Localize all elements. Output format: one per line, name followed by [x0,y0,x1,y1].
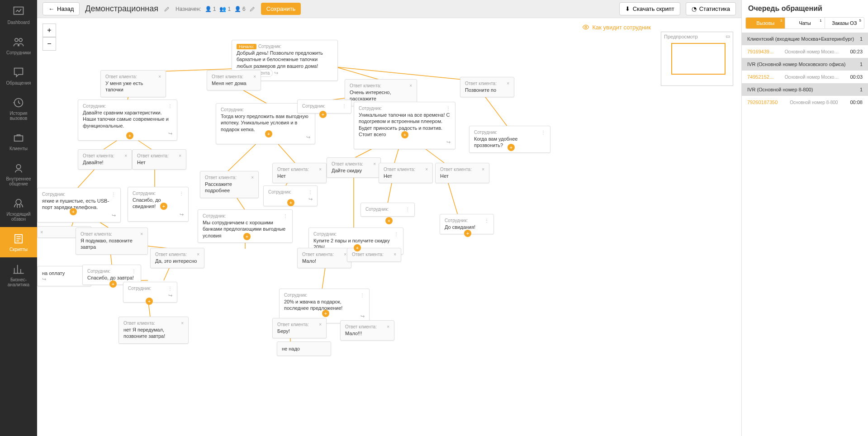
queue-item[interactable]: 79169439...Основной номер Московского оф… [742,45,868,58]
link-icon[interactable]: ↪ [42,276,46,282]
node-client[interactable]: Ответ клиента:×Меня нет дома [207,70,261,90]
close-icon[interactable]: × [319,322,322,327]
node-employee[interactable]: Сотрудник:⋮Уникальные тапочки на все вре… [354,102,455,149]
node-client[interactable]: Ответ клиента:×Дайте скидку [327,157,381,178]
link-icon[interactable]: ↪ [180,212,184,218]
close-icon[interactable]: × [409,83,412,88]
add-node-button[interactable]: + [243,233,251,240]
sidebar-item-staff[interactable]: Сотрудники [0,30,37,61]
close-icon[interactable]: × [507,81,509,86]
menu-icon[interactable]: ⋮ [484,218,489,223]
add-node-button[interactable]: + [385,217,393,224]
link-icon[interactable]: ↪ [306,134,310,140]
add-node-button[interactable]: + [354,244,361,251]
menu-icon[interactable]: ⋮ [342,104,346,109]
menu-icon[interactable]: ⋮ [405,207,410,212]
link-icon[interactable]: ↪ [308,196,313,202]
assigned-count-2[interactable]: 👥 1 [219,6,231,12]
node-client[interactable]: Ответ клиента:×Да, это интересно [150,248,204,268]
sidebar-item-internal[interactable]: Внутреннее общение [0,156,37,192]
menu-icon[interactable]: ⋮ [283,213,288,218]
add-node-button[interactable]: + [70,208,77,215]
script-canvas[interactable]: Начало:Сотрудник: Добрый день! Позвольте… [37,18,741,436]
close-icon[interactable]: × [319,167,322,172]
menu-icon[interactable]: ⋮ [541,130,545,135]
close-icon[interactable]: × [344,252,346,257]
close-icon[interactable]: × [373,161,376,166]
assigned-count-1[interactable]: 👤 1 [205,6,216,12]
close-icon[interactable]: × [179,153,181,158]
link-icon[interactable]: ↪ [274,70,278,76]
link-icon[interactable]: ↪ [168,131,172,137]
node-client[interactable]: Ответ клиента:×нет Я передумал, позвонит… [119,317,189,344]
link-icon[interactable]: ↪ [112,213,116,218]
close-icon[interactable]: × [140,232,143,237]
queue-group[interactable]: IVR (Основной номер Московского офиса)1 [742,58,868,71]
add-node-button[interactable]: + [160,203,167,210]
node-client[interactable]: Ответ клиента:×Я подумаю, позвоните завт… [76,227,148,255]
node-employee[interactable]: Сотрудник:⋮Спасибо, до свидания!↪ [128,187,189,222]
close-icon[interactable]: × [40,229,43,235]
node-client[interactable]: Ответ клиента:×Давайте! [78,149,132,170]
link-icon[interactable]: ↪ [446,139,451,145]
add-node-button[interactable]: + [109,280,117,288]
minimap[interactable]: Предпросмотр▭ [661,32,733,86]
add-node-button[interactable]: + [319,111,327,118]
sidebar-item-requests[interactable]: Обращения [0,61,37,91]
close-icon[interactable]: × [197,252,199,257]
menu-icon[interactable]: ⋮ [394,232,398,237]
menu-icon[interactable]: ⋮ [360,293,365,298]
menu-icon[interactable]: ⋮ [168,104,172,109]
sidebar-item-callhistory[interactable]: История вызовов [0,91,37,126]
back-button[interactable]: ← Назад [43,2,80,15]
node-employee[interactable]: Сотрудник:⋮ [360,203,415,217]
tab-calls[interactable]: Вызовы3 [746,18,785,28]
sidebar-item-analytics[interactable]: Бизнес-аналитика [0,257,37,293]
edit-assigned-icon[interactable] [249,6,256,12]
menu-icon[interactable]: ⋮ [179,191,184,196]
menu-icon[interactable]: ⋮ [132,269,136,274]
add-node-button[interactable]: + [265,130,272,137]
close-icon[interactable]: × [387,324,389,329]
node-client[interactable]: Ответ клиента:×Нет [379,163,433,183]
node-client[interactable]: Ответ клиента:×Мало! [297,248,351,268]
close-icon[interactable]: × [251,175,254,180]
add-node-button[interactable]: + [287,199,294,206]
stats-button[interactable]: ◔ Статистика [686,2,736,15]
close-icon[interactable]: × [425,167,428,172]
assigned-count-3[interactable]: 👤 6 [234,6,246,12]
add-node-button[interactable]: + [146,298,153,305]
node-client[interactable]: Ответ клиента:×Расскажите подробнее [200,171,259,198]
link-icon[interactable]: ↪ [168,293,172,299]
node-client[interactable]: Ответ клиента:×У меня уже есть тапочки [100,70,166,97]
close-icon[interactable]: × [253,74,256,79]
node-client[interactable]: Ответ клиента:×Нет [272,163,327,183]
add-node-button[interactable]: + [126,132,133,139]
node-client[interactable]: Ответ клиента:×Нет [435,163,489,183]
close-icon[interactable]: × [394,252,396,257]
add-node-button[interactable]: + [508,144,515,151]
close-icon[interactable]: × [181,321,184,326]
save-button[interactable]: Сохранить [261,3,301,15]
node-client[interactable]: Ответ клиента:×Позвоните по [460,77,514,97]
zoom-out-button[interactable]: − [43,37,56,51]
queue-group[interactable]: IVR (Основной номер 8-800)1 [742,83,868,96]
close-icon[interactable]: × [158,74,161,79]
minimap-collapse-icon[interactable]: ▭ [726,33,730,39]
queue-item[interactable]: 79260187350Основной номер 8-80000:08 [742,96,868,109]
add-node-button[interactable]: + [322,310,329,317]
edit-icon[interactable] [164,6,170,12]
node-employee[interactable]: Сотрудник:⋮ягкие и пушистые, есть USB-по… [37,188,121,223]
zoom-in-button[interactable]: + [43,24,56,37]
queue-group[interactable]: Клиентский (входящие Москва+Екатеринбург… [742,33,868,45]
close-icon[interactable]: × [124,153,127,158]
node-client[interactable]: Ответ клиента:×Мало!!! [340,320,394,341]
sidebar-item-outbound[interactable]: Исходящий обзвон [0,192,37,227]
sidebar-item-dashboard[interactable]: Dashboard [0,0,37,30]
add-node-button[interactable]: + [401,131,408,138]
download-button[interactable]: ⬇ Скачать скрипт [619,2,680,15]
link-icon[interactable]: ↪ [360,313,365,319]
close-icon[interactable]: × [482,167,484,172]
menu-icon[interactable]: ⋮ [168,286,172,291]
tab-chats[interactable]: Чаты1 [785,18,825,28]
